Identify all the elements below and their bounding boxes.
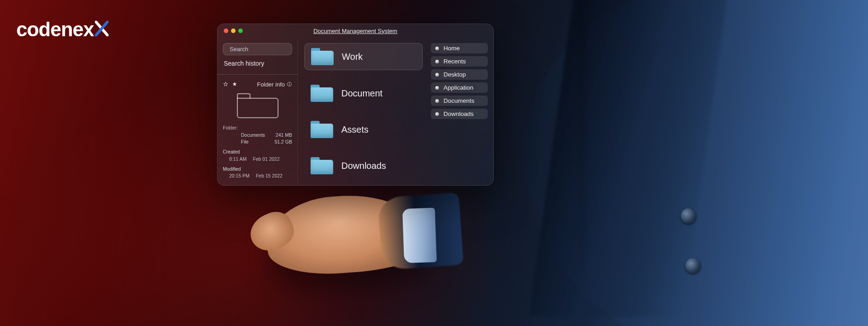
window-titlebar: Document Management System	[217, 24, 493, 38]
folder-item-assets[interactable]: Assets	[304, 116, 423, 143]
quicklink-desktop[interactable]: Desktop	[431, 69, 488, 80]
bullet-icon	[435, 47, 439, 50]
meta-created-label: Created	[223, 149, 292, 156]
search-history-label[interactable]: Search history	[223, 59, 292, 71]
folder-name: Assets	[341, 125, 368, 135]
folder-icon	[311, 157, 333, 174]
quicklink-application[interactable]: Application	[431, 82, 488, 93]
meta-modified-label: Modified	[223, 166, 292, 173]
folder-icon	[311, 48, 334, 65]
meta-row-0-name: Documents	[241, 132, 276, 139]
folder-item-work[interactable]: Work	[304, 43, 423, 70]
brand-logo: codenex	[16, 18, 108, 41]
meta-row-1-size: 51.2 GB	[274, 139, 292, 146]
meta-row-0-size: 241 MB	[276, 132, 292, 139]
bullet-icon	[435, 73, 439, 77]
folder-icon	[311, 85, 333, 102]
svg-point-3	[289, 83, 289, 84]
quicklink-downloads[interactable]: Downloads	[431, 109, 488, 119]
folder-item-document[interactable]: Document	[304, 80, 423, 106]
folder-list: Work Document Assets Downloads	[298, 39, 429, 185]
folder-item-downloads[interactable]: Downloads	[304, 153, 423, 179]
quicklink-label: Documents	[443, 97, 474, 104]
bullet-icon	[435, 60, 439, 63]
folder-info-label: Folder info	[257, 81, 285, 88]
folder-name: Work	[342, 52, 363, 62]
folder-name: Document	[341, 88, 382, 99]
quicklink-label: Application	[443, 84, 473, 91]
quicklink-label: Desktop	[443, 71, 466, 78]
folder-name: Downloads	[341, 161, 386, 171]
quicklink-recents[interactable]: Recents	[431, 56, 488, 67]
quicklink-documents[interactable]: Documents	[431, 96, 488, 106]
folder-meta: Folder: Documents 241 MB File 51.2 GB Cr…	[223, 125, 292, 180]
folder-icon	[311, 121, 333, 138]
folder-outline-icon	[237, 93, 278, 118]
quicklink-home[interactable]: Home	[431, 43, 488, 53]
bullet-icon	[435, 99, 439, 103]
window-title: Document Management System	[217, 28, 493, 34]
quicklink-label: Home	[443, 45, 460, 52]
search-field[interactable]	[223, 43, 292, 55]
sidebar-divider	[217, 74, 297, 75]
sidebar: Search history Folder info	[217, 39, 298, 185]
meta-created-time: 8:11 AM	[229, 156, 247, 163]
meta-folder-label: Folder:	[223, 125, 238, 132]
search-input[interactable]	[230, 46, 306, 53]
brand-x-icon	[95, 21, 108, 36]
meta-modified-time: 20:15 PM	[229, 173, 250, 180]
svg-rect-4	[289, 84, 290, 86]
folder-info-header: Folder info	[223, 78, 292, 88]
quick-links: Home Recents Desktop Application Documen…	[429, 39, 493, 185]
meta-row-1-name: File	[241, 139, 274, 146]
meta-created-date: Feb 01 2022	[253, 156, 280, 163]
bullet-icon	[435, 112, 439, 116]
quicklink-label: Recents	[443, 58, 466, 65]
bullet-icon	[435, 86, 439, 90]
quicklink-label: Downloads	[443, 110, 474, 117]
meta-modified-date: Feb 15 2022	[256, 173, 283, 180]
pin-icon[interactable]	[223, 82, 228, 87]
star-icon[interactable]	[232, 82, 237, 87]
brand-name: codenex	[16, 18, 94, 41]
info-icon[interactable]	[287, 82, 292, 87]
app-window: Document Management System Search histor…	[217, 24, 494, 186]
